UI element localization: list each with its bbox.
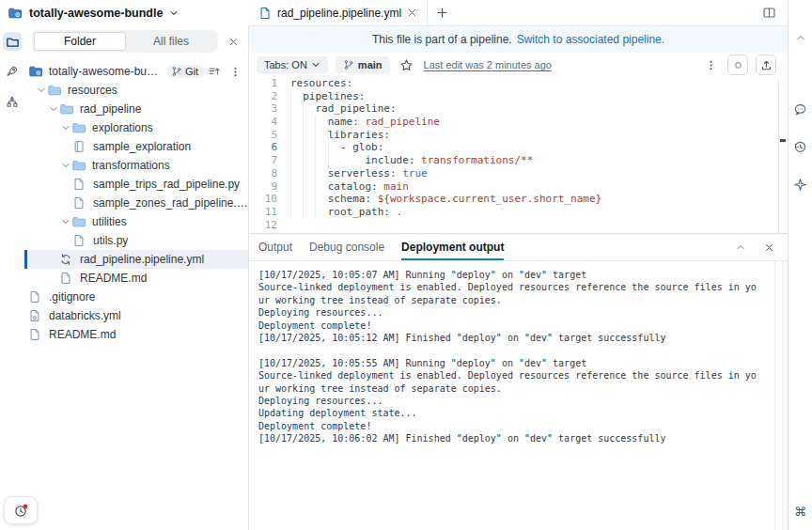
line-number: 4 (249, 116, 290, 129)
tab-folder[interactable]: Folder (34, 32, 126, 51)
tree-row-rad-pipeline-pipeline-yml[interactable]: rad_pipeline.pipeline.yml (24, 250, 248, 269)
rail-item-keyboard-shortcuts[interactable]: ⌘ (791, 502, 810, 521)
tree-row-rad-pipeline[interactable]: rad_pipeline (24, 100, 248, 118)
editor-kebab-menu[interactable] (701, 55, 720, 74)
git-branch-pill[interactable]: main (336, 56, 390, 73)
git-pill-label: Git (185, 66, 198, 77)
rail-item-assistant[interactable] (791, 175, 810, 194)
deployment-log: [10/17/2025, 10:05:07 AM] Running "deplo… (249, 261, 772, 445)
overview-ruler[interactable] (778, 77, 788, 233)
tree-item-label: README.md (49, 328, 116, 341)
recents-clock-button[interactable] (4, 496, 38, 524)
tree-row-sample-exploration[interactable]: sample_exploration (24, 137, 248, 156)
folder-icon (71, 214, 86, 229)
log-line: Deploying resources... (258, 395, 758, 407)
line-number: 12 (249, 219, 290, 232)
code-text: resources: (290, 77, 352, 90)
tabs-toggle-dropdown[interactable]: Tabs: ON (257, 56, 328, 73)
tree-row-utilities[interactable]: utilities (24, 212, 248, 231)
code-line-8[interactable]: 8 serverless: true (249, 167, 788, 180)
pipeline-icon (59, 252, 74, 267)
log-line: Source-linked deployment is enabled. Dep… (258, 281, 758, 306)
tree-row-totally-awesome-bundle[interactable]: totally-awesome-bundleGit (24, 62, 248, 81)
git-pill[interactable]: Git (166, 65, 205, 78)
rail-item-version-history[interactable] (791, 137, 810, 156)
close-icon (228, 37, 239, 47)
collapse-panel-button[interactable] (731, 238, 750, 257)
log-line: Updating deployment state... (258, 407, 758, 419)
code-line-7[interactable]: 7 include: transformations/** (249, 154, 788, 167)
tree-item-label: utils.py (93, 234, 128, 247)
tree-row-sample-zones-rad-pipeline-py[interactable]: sample_zones_rad_pipeline.py (24, 194, 248, 212)
chevron-down-icon[interactable] (36, 85, 47, 96)
tab-deployment-output[interactable]: Deployment output (401, 234, 504, 260)
right-activity-bar: ⌘ (788, 0, 812, 530)
folder-icon (71, 120, 86, 135)
tree-item-label: sample_exploration (93, 140, 191, 153)
close-sidebar-button[interactable] (224, 32, 242, 51)
code-line-9[interactable]: 9 catalog: main (249, 180, 788, 194)
code-text: rad_pipeline: (290, 102, 397, 116)
last-edit-status[interactable]: Last edit was 2 minutes ago (424, 59, 552, 70)
code-line-6[interactable]: 6 - glob: (249, 141, 788, 154)
new-tab-button[interactable] (428, 0, 456, 25)
rail-item-workflows-dag[interactable] (3, 92, 22, 111)
tab-output[interactable]: Output (258, 234, 292, 260)
folder-gear-icon (28, 64, 43, 79)
chevron-down-icon[interactable] (48, 103, 59, 115)
chevron-down-icon[interactable] (60, 122, 71, 133)
share-button[interactable] (756, 55, 776, 75)
file-icon (59, 271, 74, 286)
sort-tree-button[interactable] (205, 62, 224, 81)
tree-row-sample-trips-rad-pipeline-py[interactable]: sample_trips_rad_pipeline.py (24, 175, 248, 194)
tree-row-readme-md[interactable]: README.md (24, 325, 248, 344)
tree-kebab-menu[interactable] (226, 62, 244, 81)
code-line-10[interactable]: 10 schema: ${workspace.current_user.shor… (249, 193, 788, 206)
indent-guide (315, 116, 316, 219)
code-line-4[interactable]: 4 name: rad_pipeline (249, 116, 788, 129)
chevron-down-icon[interactable] (60, 160, 71, 171)
tree-item-label: sample_trips_rad_pipeline.py (93, 178, 240, 191)
tree-row-utils-py[interactable]: utils.py (24, 231, 248, 250)
code-text: name: rad_pipeline (290, 116, 440, 129)
panel-scrollbar[interactable] (774, 261, 783, 530)
tree-row-explorations[interactable]: explorations (24, 118, 248, 137)
close-panel-button[interactable] (759, 238, 778, 257)
file-icon (72, 195, 87, 210)
code-line-2[interactable]: 2 pipelines: (249, 90, 788, 103)
tree-row-databricks-yml[interactable]: databricks.yml (24, 306, 248, 325)
tree-item-label: resources (68, 84, 117, 97)
rail-item-deploy-rocket[interactable] (3, 62, 22, 81)
tree-row-resources[interactable]: resources (24, 81, 248, 100)
code-line-1[interactable]: 1resources: (249, 77, 788, 90)
code-line-3[interactable]: 3 rad_pipeline: (249, 102, 788, 116)
folder-icon (47, 83, 62, 98)
code-line-5[interactable]: 5 libraries: (249, 129, 788, 142)
tree-row--gitignore[interactable]: .gitignore (24, 288, 248, 306)
rail-item-collapse-panel[interactable] (791, 28, 810, 47)
tab-debug-console[interactable]: Debug console (309, 234, 384, 260)
switch-to-pipeline-link[interactable]: Switch to associated pipeline. (517, 33, 664, 46)
rail-item-comments[interactable] (791, 100, 810, 118)
chevron-down-icon[interactable] (60, 216, 71, 227)
status-circle-button[interactable] (727, 55, 748, 75)
kebab-icon (705, 59, 717, 71)
code-line-12[interactable]: 12 (249, 219, 788, 232)
code-line-11[interactable]: 11 root_path: . (249, 206, 788, 219)
line-number: 6 (249, 141, 290, 154)
chevron-down-icon[interactable] (169, 8, 179, 18)
line-number: 9 (249, 180, 290, 194)
line-number: 3 (249, 102, 290, 116)
rail-item-folder-panel[interactable] (3, 32, 22, 51)
line-number: 10 (249, 193, 290, 206)
close-tab-icon[interactable] (407, 8, 417, 18)
tree-row-readme-md[interactable]: README.md (24, 269, 248, 288)
tree-row-transformations[interactable]: transformations (24, 156, 248, 175)
editor-tab-rad-pipeline[interactable]: rad_pipeline.pipeline.yml (249, 0, 428, 25)
favorite-button[interactable] (398, 55, 416, 74)
split-editor-button[interactable] (759, 4, 778, 23)
file-icon (72, 233, 87, 248)
tab-all-files[interactable]: All files (126, 32, 216, 51)
bundle-title[interactable]: totally-awesome-bundle (29, 7, 163, 20)
code-editor[interactable]: 1resources:2 pipelines:3 rad_pipeline:4 … (249, 77, 788, 233)
